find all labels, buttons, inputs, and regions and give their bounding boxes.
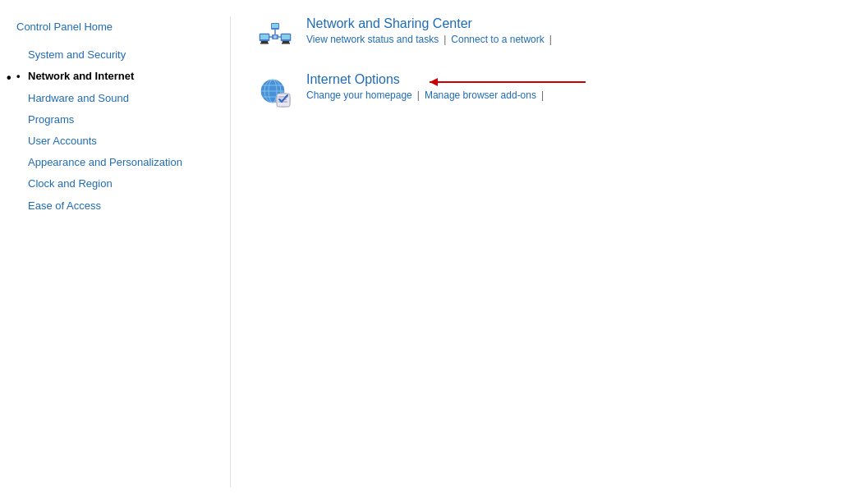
- internet-options-icon: [255, 72, 295, 112]
- connect-network-link[interactable]: Connect to a network: [451, 34, 544, 45]
- svg-point-10: [273, 35, 277, 39]
- svg-rect-6: [282, 43, 290, 44]
- red-arrow-annotation: [421, 72, 594, 92]
- internet-options-title[interactable]: Internet Options: [306, 72, 400, 87]
- sidebar-item-ease-of-access[interactable]: Ease of Access: [16, 195, 214, 217]
- internet-options-info: Internet Options Change your homepage | …: [306, 72, 825, 101]
- svg-rect-5: [283, 41, 289, 43]
- sidebar-item-programs[interactable]: Programs: [16, 109, 214, 131]
- network-sharing-icon: [255, 16, 295, 56]
- separator-2: |: [549, 34, 552, 45]
- svg-rect-2: [260, 43, 269, 44]
- svg-marker-26: [430, 78, 438, 86]
- network-sharing-category: Network and Sharing Center View network …: [255, 16, 825, 56]
- sidebar-item-network-internet[interactable]: • Network and Internet: [16, 66, 214, 87]
- internet-options-category: Internet Options Change your homepage | …: [255, 72, 825, 112]
- network-sharing-info: Network and Sharing Center View network …: [306, 16, 825, 45]
- main-content: Network and Sharing Center View network …: [230, 16, 825, 488]
- change-homepage-link[interactable]: Change your homepage: [306, 89, 412, 101]
- svg-rect-7: [282, 34, 290, 39]
- network-sharing-svg: [258, 19, 292, 53]
- view-network-link[interactable]: View network status and tasks: [306, 34, 439, 45]
- svg-rect-1: [261, 41, 268, 43]
- sidebar-item-system-security[interactable]: System and Security: [16, 44, 214, 66]
- sidebar-item-control-panel-home[interactable]: Control Panel Home: [16, 16, 214, 38]
- internet-options-svg: [258, 75, 292, 109]
- sidebar-item-hardware-sound[interactable]: Hardware and Sound: [16, 88, 214, 109]
- svg-rect-3: [260, 34, 269, 39]
- network-sharing-links: View network status and tasks | Connect …: [306, 34, 825, 45]
- sidebar-item-user-accounts[interactable]: User Accounts: [16, 131, 214, 152]
- network-sharing-title[interactable]: Network and Sharing Center: [306, 16, 472, 31]
- separator-1: |: [443, 34, 446, 45]
- sidebar-item-clock-region[interactable]: Clock and Region: [16, 173, 214, 195]
- svg-rect-12: [272, 24, 278, 28]
- sidebar: Control Panel Home System and Security •…: [16, 16, 230, 488]
- sidebar-item-appearance-personalization[interactable]: Appearance and Personalization: [16, 152, 214, 173]
- separator-3: |: [417, 89, 420, 101]
